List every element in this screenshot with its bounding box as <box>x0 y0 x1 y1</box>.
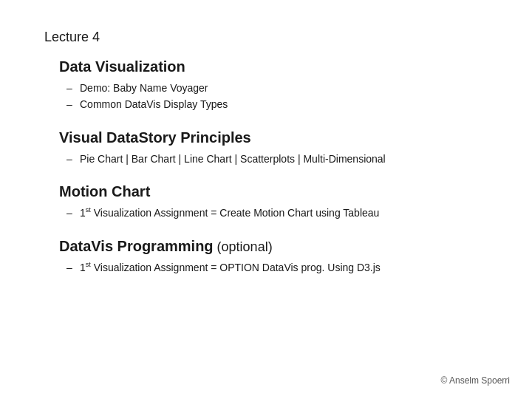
section-data-visualization: Data Visualization Demo: Baby Name Voyag… <box>44 58 488 113</box>
list-item: Common DataVis Display Types <box>66 96 488 112</box>
bullet-list-data-visualization: Demo: Baby Name Voyager Common DataVis D… <box>59 80 488 113</box>
section-datavis-programming: DataVis Programming (optional) 1st Visua… <box>44 238 488 276</box>
section-heading-motion-chart: Motion Chart <box>59 183 488 200</box>
list-item: Pie Chart | Bar Chart | Line Chart | Sca… <box>66 151 488 167</box>
section-heading-data-visualization: Data Visualization <box>59 58 488 75</box>
list-item: 1st Visualization Assignment = Create Mo… <box>66 205 488 221</box>
section-heading-datavis-programming: DataVis Programming (optional) <box>59 238 488 255</box>
list-item: 1st Visualization Assignment = OPTION Da… <box>66 259 488 276</box>
bullet-list-motion-chart: 1st Visualization Assignment = Create Mo… <box>59 205 488 221</box>
section-heading-visual-datastory: Visual DataStory Principles <box>59 129 488 146</box>
section-visual-datastory: Visual DataStory Principles Pie Chart | … <box>44 129 488 167</box>
bullet-list-datavis-programming: 1st Visualization Assignment = OPTION Da… <box>59 259 488 276</box>
lecture-title: Lecture 4 <box>44 30 488 45</box>
copyright: © Anselm Spoerri <box>440 375 510 386</box>
section-motion-chart: Motion Chart 1st Visualization Assignmen… <box>44 183 488 221</box>
list-item: Demo: Baby Name Voyager <box>66 80 488 96</box>
bullet-list-visual-datastory: Pie Chart | Bar Chart | Line Chart | Sca… <box>59 151 488 167</box>
slide-container: Lecture 4 Data Visualization Demo: Baby … <box>0 0 532 399</box>
